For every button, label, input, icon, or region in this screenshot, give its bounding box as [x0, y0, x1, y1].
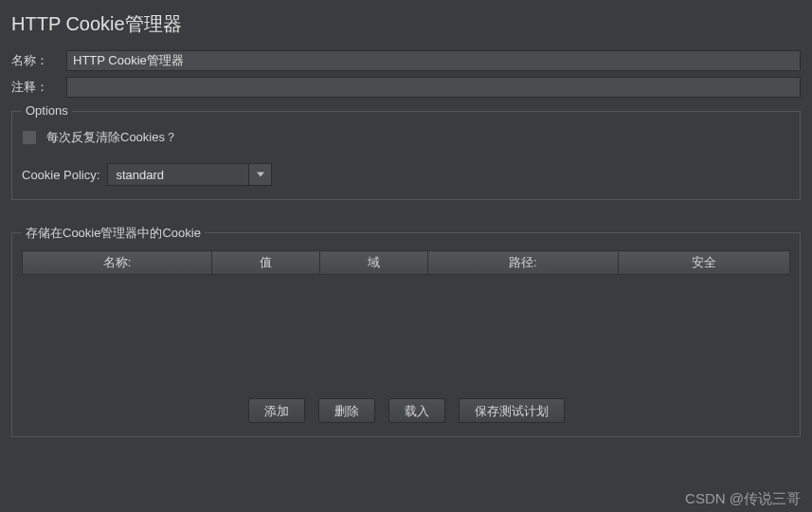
cookies-table-body[interactable]	[22, 275, 790, 381]
add-button[interactable]: 添加	[248, 398, 305, 423]
load-button[interactable]: 载入	[388, 398, 445, 423]
cookies-table-container: 名称: 值 域 路径: 安全	[22, 250, 790, 381]
watermark: CSDN @传说三哥	[685, 490, 801, 508]
clear-cookies-row: 每次反复清除Cookies？	[22, 129, 790, 146]
panel-title: HTTP Cookie管理器	[11, 8, 801, 37]
button-row: 添加 删除 载入 保存测试计划	[22, 398, 790, 423]
dropdown-arrow-icon	[249, 163, 272, 186]
options-legend: Options	[22, 103, 72, 118]
cookie-policy-value: standard	[107, 163, 249, 186]
svg-marker-0	[257, 173, 264, 177]
cookie-policy-label: Cookie Policy:	[22, 168, 99, 182]
comment-row: 注释：	[11, 77, 801, 98]
comment-input[interactable]	[66, 77, 801, 98]
col-name[interactable]: 名称:	[23, 251, 212, 275]
col-secure[interactable]: 安全	[618, 251, 789, 275]
stored-cookies-legend: 存储在Cookie管理器中的Cookie	[22, 225, 205, 242]
delete-button[interactable]: 删除	[318, 398, 375, 423]
col-path[interactable]: 路径:	[428, 251, 618, 275]
options-fieldset: Options 每次反复清除Cookies？ Cookie Policy: st…	[11, 111, 801, 200]
col-value[interactable]: 值	[212, 251, 320, 275]
comment-label: 注释：	[11, 79, 66, 96]
col-domain[interactable]: 域	[320, 251, 428, 275]
save-test-plan-button[interactable]: 保存测试计划	[459, 398, 565, 423]
cookie-policy-row: Cookie Policy: standard	[22, 163, 790, 186]
clear-cookies-label: 每次反复清除Cookies？	[46, 129, 177, 146]
name-input[interactable]	[66, 50, 801, 71]
stored-cookies-fieldset: 存储在Cookie管理器中的Cookie 名称: 值 域 路径: 安全 添加 删…	[11, 232, 801, 437]
name-label: 名称：	[11, 52, 66, 69]
cookie-policy-select[interactable]: standard	[107, 163, 272, 186]
cookies-table: 名称: 值 域 路径: 安全	[22, 250, 790, 275]
clear-cookies-checkbox[interactable]	[22, 130, 37, 145]
name-row: 名称：	[11, 50, 801, 71]
